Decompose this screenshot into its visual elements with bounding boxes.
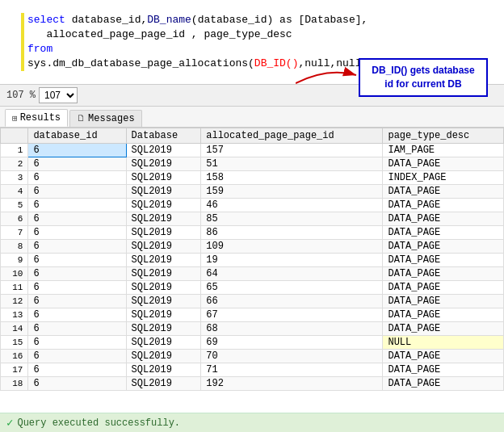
cell-database-id: 6 (28, 254, 126, 267)
cell-database-id: 6 (28, 171, 126, 185)
row-number: 18 (1, 377, 28, 391)
cell-page-type: DATA_PAGE (383, 240, 504, 254)
cell-database-id: 6 (28, 322, 126, 336)
cell-database-id: 6 (28, 185, 126, 199)
cell-page-id: 109 (201, 240, 383, 254)
table-row[interactable]: 46SQL2019159DATA_PAGE (1, 185, 504, 199)
row-number: 15 (1, 336, 28, 350)
zoom-dropdown[interactable]: 107 % (39, 87, 78, 103)
table-row[interactable]: 166SQL201970DATA_PAGE (1, 350, 504, 363)
table-row[interactable]: 186SQL2019192DATA_PAGE (1, 377, 504, 391)
table-row[interactable]: 106SQL201964DATA_PAGE (1, 267, 504, 281)
cell-database: SQL2019 (126, 185, 201, 199)
cell-database: SQL2019 (126, 267, 201, 281)
cell-page-type: DATA_PAGE (383, 350, 504, 363)
table-row[interactable]: 116SQL201965DATA_PAGE (1, 281, 504, 295)
tab-messages[interactable]: 🗋 Messages (69, 110, 142, 127)
results-container[interactable]: database_id Database allocated_page_page… (0, 128, 504, 413)
table-row[interactable]: 86SQL2019109DATA_PAGE (1, 240, 504, 254)
cell-database-id: 6 (28, 350, 126, 363)
cell-page-type: DATA_PAGE (383, 157, 504, 171)
row-number: 10 (1, 267, 28, 281)
cell-database: SQL2019 (126, 144, 201, 157)
row-number: 9 (1, 254, 28, 267)
cell-page-id: 65 (201, 281, 383, 295)
cell-database: SQL2019 (126, 308, 201, 322)
cell-page-type: DATA_PAGE (383, 199, 504, 212)
cell-page-id: 71 (201, 363, 383, 377)
cell-database-id: 6 (28, 267, 126, 281)
row-number: 2 (1, 157, 28, 171)
cell-database: SQL2019 (126, 254, 201, 267)
cell-page-type: DATA_PAGE (383, 254, 504, 267)
callout-text: DB_ID() gets database id for current DB (372, 65, 474, 90)
messages-icon: 🗋 (77, 113, 86, 124)
cell-page-id: 86 (201, 226, 383, 240)
cell-database: SQL2019 (126, 363, 201, 377)
row-number: 8 (1, 240, 28, 254)
cell-database: SQL2019 (126, 377, 201, 391)
table-row[interactable]: 66SQL201985DATA_PAGE (1, 212, 504, 226)
table-header-row: database_id Database allocated_page_page… (1, 128, 504, 144)
cell-database: SQL2019 (126, 240, 201, 254)
cell-page-id: 46 (201, 199, 383, 212)
table-row[interactable]: 176SQL201971DATA_PAGE (1, 363, 504, 377)
tab-messages-label: Messages (88, 113, 135, 124)
cell-database-id: 6 (28, 157, 126, 171)
sql-line-1: select database_id,DB_name(database_id) … (21, 13, 498, 27)
col-header-page-type: page_type_desc (383, 128, 504, 144)
col-header-database: Database (126, 128, 201, 144)
cell-page-id: 66 (201, 295, 383, 308)
row-number: 17 (1, 363, 28, 377)
cell-page-type: DATA_PAGE (383, 308, 504, 322)
cell-database: SQL2019 (126, 157, 201, 171)
cell-database: SQL2019 (126, 226, 201, 240)
cell-database-id: 6 (28, 144, 126, 157)
row-number: 1 (1, 144, 28, 157)
sql-cols: database_id, (72, 14, 148, 26)
cell-page-type: DATA_PAGE (383, 267, 504, 281)
table-row[interactable]: 96SQL201919DATA_PAGE (1, 254, 504, 267)
zoom-value: 107 % (6, 90, 36, 101)
cell-page-type: DATA_PAGE (383, 295, 504, 308)
cell-database-id: 6 (28, 308, 126, 322)
cell-page-type: INDEX_PAGE (383, 171, 504, 185)
cell-page-id: 158 (201, 171, 383, 185)
cell-database-id: 6 (28, 226, 126, 240)
cell-page-id: 157 (201, 144, 383, 157)
row-number: 16 (1, 350, 28, 363)
cell-database-id: 6 (28, 212, 126, 226)
cell-page-id: 69 (201, 336, 383, 350)
cell-database-id: 6 (28, 240, 126, 254)
callout-box: DB_ID() gets database id for current DB (359, 58, 488, 97)
cell-page-id: 51 (201, 157, 383, 171)
row-number: 11 (1, 281, 28, 295)
row-number: 3 (1, 171, 28, 185)
table-row[interactable]: 76SQL201986DATA_PAGE (1, 226, 504, 240)
row-number: 5 (1, 199, 28, 212)
cell-database: SQL2019 (126, 281, 201, 295)
table-row[interactable]: 26SQL201951DATA_PAGE (1, 157, 504, 171)
table-row[interactable]: 126SQL201966DATA_PAGE (1, 295, 504, 308)
table-row[interactable]: 146SQL201968DATA_PAGE (1, 322, 504, 336)
tabs-bar: ⊞ Results 🗋 Messages (0, 107, 504, 128)
sql-editor[interactable]: select database_id,DB_name(database_id) … (0, 0, 504, 85)
cell-page-id: 85 (201, 212, 383, 226)
arrow-callout (296, 63, 360, 90)
status-bar: ✓ Query executed successfully. (0, 413, 504, 432)
table-body: 16SQL2019157IAM_PAGE26SQL201951DATA_PAGE… (1, 144, 504, 391)
col-header-alloc-page: allocated_page_page_id (201, 128, 383, 144)
table-row[interactable]: 16SQL2019157IAM_PAGE (1, 144, 504, 157)
cell-page-type: DATA_PAGE (383, 377, 504, 391)
execution-indicator-3 (21, 42, 24, 71)
execution-indicator-2 (21, 27, 24, 42)
table-row[interactable]: 156SQL201969NULL (1, 336, 504, 350)
sql-dbname-args: (database_id) as [Database], (191, 14, 368, 26)
table-row[interactable]: 36SQL2019158INDEX_PAGE (1, 171, 504, 185)
table-row[interactable]: 56SQL201946DATA_PAGE (1, 199, 504, 212)
results-icon: ⊞ (12, 113, 18, 124)
cell-page-id: 192 (201, 377, 383, 391)
tab-results[interactable]: ⊞ Results (5, 109, 68, 127)
cell-database: SQL2019 (126, 171, 201, 185)
table-row[interactable]: 136SQL201967DATA_PAGE (1, 308, 504, 322)
